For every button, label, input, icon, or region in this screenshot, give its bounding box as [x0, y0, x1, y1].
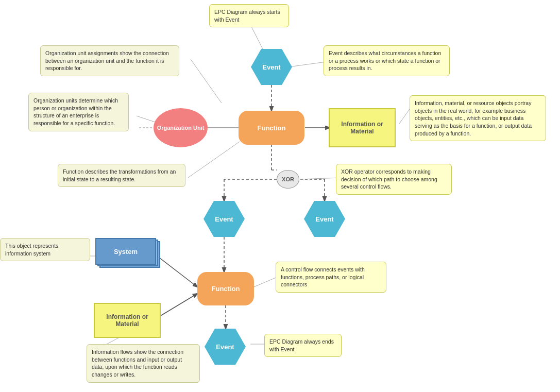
svg-line-13	[157, 294, 197, 318]
org-unit-shape: Organization Unit	[154, 108, 208, 147]
note-org-assignments: Organization unit assignments show the c…	[40, 45, 179, 76]
note-epc-ends: EPC Diagram always ends with Event	[264, 334, 342, 357]
svg-line-12	[157, 256, 197, 287]
svg-line-14	[251, 26, 263, 49]
svg-line-16	[289, 62, 326, 67]
note-info-material-desc: Information, material, or resource objec…	[410, 95, 546, 141]
note-org-determine: Organization units determine which perso…	[28, 93, 129, 131]
svg-line-19	[188, 142, 240, 178]
epc-diagram: EPC Diagram always starts with Event Eve…	[0, 0, 560, 392]
event-top-shape: Event	[251, 49, 292, 85]
event-bottom-hex: Event	[205, 329, 246, 365]
xor-shape: XOR	[277, 170, 299, 189]
event-top-hex: Event	[251, 49, 292, 85]
note-epc-starts: EPC Diagram always starts with Event	[209, 4, 289, 27]
function-top-shape: Function	[239, 111, 304, 145]
note-control-flow-desc: A control flow connects events with func…	[276, 262, 386, 293]
svg-line-15	[191, 59, 222, 103]
info-material-bottom-shape: Information or Material	[94, 303, 161, 338]
note-event-desc: Event describes what circumstances a fun…	[324, 45, 450, 76]
note-function-desc: Function describes the transformations f…	[58, 164, 185, 187]
event-mid-left-hex: Event	[203, 201, 245, 237]
event-mid-right-hex: Event	[304, 201, 345, 237]
svg-line-20	[300, 178, 340, 179]
note-xor-desc: XOR operator corresponds to making decis…	[336, 164, 452, 195]
event-mid-right-shape: Event	[304, 201, 345, 237]
event-bottom-shape: Event	[205, 329, 246, 365]
event-mid-left-shape: Event	[203, 201, 245, 237]
note-system-desc: This object represents information syste…	[0, 238, 90, 261]
info-material-top-shape: Information or Material	[329, 108, 396, 147]
note-info-flow-desc: Information flows show the connection be…	[87, 344, 200, 383]
svg-line-22	[254, 277, 278, 287]
function-bottom-shape: Function	[197, 272, 254, 305]
